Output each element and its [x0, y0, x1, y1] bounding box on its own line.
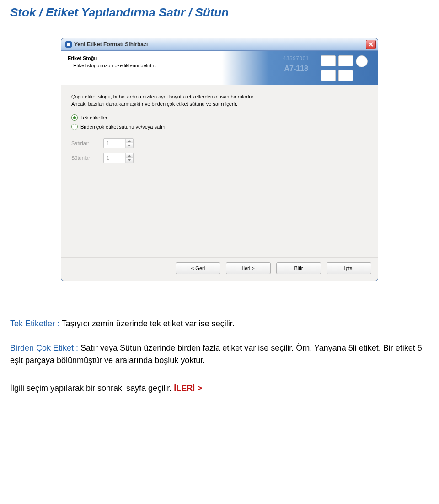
- rows-spinner[interactable]: 1: [103, 138, 134, 148]
- post-paragraph-2: Birden Çok Etiket : Satır veya Sütun üze…: [10, 342, 429, 367]
- cols-label: Sütunlar:: [71, 155, 103, 161]
- wizard-step-title: Etiket Stoğu: [68, 55, 157, 61]
- app-icon: [65, 41, 72, 48]
- finish-button[interactable]: Bitir: [276, 262, 321, 274]
- rows-label: Satırlar:: [71, 141, 103, 146]
- header-label-icons: [321, 55, 371, 80]
- radio-label: Birden çok etiket sütunu ve/veya satırı: [80, 124, 166, 130]
- header-deco-number: 43597001: [283, 55, 309, 61]
- svg-marker-8: [128, 155, 131, 157]
- spinner-down-icon[interactable]: [126, 143, 133, 148]
- titlebar[interactable]: Yeni Etiket Formatı Sihirbazı: [61, 38, 378, 51]
- rows-field: Satırlar: 1: [71, 138, 368, 148]
- spinner-up-icon[interactable]: [126, 139, 133, 143]
- post1-rest: Taşıyıcı zemin üzerinde tek etiket var i…: [59, 319, 235, 328]
- svg-rect-1: [67, 43, 68, 46]
- next-button[interactable]: İleri >: [226, 262, 271, 274]
- radio-multi-labels[interactable]: Birden çok etiket sütunu ve/veya satırı: [71, 124, 368, 130]
- wizard-header: 43597001 A7-118 Etiket Stoğu Etiket stoğ…: [61, 51, 378, 85]
- spinner-up-icon[interactable]: [126, 153, 133, 158]
- wizard-button-bar: < Geri İleri > Bitir İptal: [61, 257, 378, 281]
- radio-single-labels[interactable]: Tek etiketler: [71, 114, 368, 121]
- post-paragraph-3: İlgili seçim yapılarak bir sonraki sayfa…: [10, 382, 429, 395]
- dialog-title: Yeni Etiket Formatı Sihirbazı: [74, 41, 366, 48]
- svg-rect-2: [68, 43, 69, 46]
- wizard-dialog: Yeni Etiket Formatı Sihirbazı 43597001 A…: [61, 38, 378, 281]
- wizard-body: Çoğu etiket stoğu, birbiri ardına dizile…: [61, 85, 378, 257]
- cols-field: Sütunlar: 1: [71, 153, 368, 163]
- spinner-down-icon[interactable]: [126, 157, 133, 163]
- back-button[interactable]: < Geri: [176, 262, 220, 274]
- cols-value: 1: [104, 153, 125, 163]
- cols-spinner[interactable]: 1: [103, 153, 134, 163]
- post-paragraph-1: Tek Etiketler : Taşıyıcı zemin üzerinde …: [10, 318, 429, 330]
- svg-marker-9: [128, 159, 131, 161]
- rows-value: 1: [104, 139, 125, 148]
- radio-label: Tek etiketler: [80, 115, 107, 120]
- header-deco-code: A7-118: [284, 65, 308, 73]
- post3-action: İLERİ >: [174, 384, 202, 393]
- post3-text: İlgili seçim yapılarak bir sonraki sayfa…: [10, 384, 174, 393]
- post1-lead: Tek Etiketler :: [10, 319, 59, 328]
- description-text: Çoğu etiket stoğu, birbiri ardına dizile…: [71, 93, 263, 108]
- page-title: Stok / Etiket Yapılandırma Satır / Sütun: [10, 5, 429, 20]
- wizard-step-subtitle: Etiket stoğunuzun özelliklerini belirtin…: [73, 63, 157, 68]
- radio-icon: [71, 114, 78, 121]
- svg-marker-6: [128, 140, 131, 142]
- post2-lead: Birden Çok Etiket :: [10, 343, 78, 352]
- svg-marker-7: [128, 145, 131, 146]
- radio-icon: [71, 124, 78, 130]
- cancel-button[interactable]: İptal: [327, 262, 371, 274]
- svg-rect-3: [69, 43, 70, 46]
- close-icon[interactable]: [366, 40, 376, 49]
